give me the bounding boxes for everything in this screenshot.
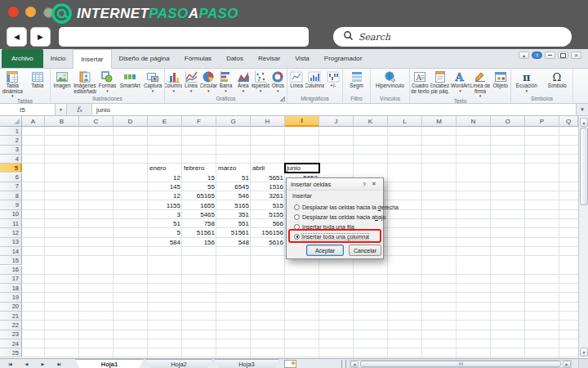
column-header-B[interactable]: B <box>45 116 79 127</box>
window-close-dot[interactable] <box>8 7 19 17</box>
close-icon[interactable] <box>571 52 581 59</box>
ribbon-button-formas[interactable]: Formas▾ <box>96 70 119 92</box>
restore-icon[interactable] <box>558 52 568 59</box>
sheet-tab-hoja2[interactable]: Hoja2 <box>145 359 212 368</box>
cell-F12[interactable]: 51561 <box>182 228 216 237</box>
dialog-help-icon[interactable]: ? <box>359 182 369 187</box>
cell-E9[interactable]: 1155 <box>148 200 182 209</box>
tab-programador[interactable]: Programador <box>317 49 370 68</box>
cell-F11[interactable]: 758 <box>182 219 216 228</box>
row-header-24[interactable]: 24 <box>0 339 22 348</box>
row-header-2[interactable]: 2 <box>0 136 22 145</box>
cell-F9[interactable]: 1655 <box>182 200 216 209</box>
radio-option-desplazar-las-celdas-hacia-la-derecha[interactable]: Desplazar las celdas hacia la derecha <box>294 202 399 212</box>
tab-archivo[interactable]: Archivo <box>2 49 43 68</box>
row-header-8[interactable]: 8 <box>0 191 22 200</box>
scroll-down-icon[interactable]: ▼ <box>580 348 588 357</box>
ribbon-button-smartart[interactable]: SmartArt <box>118 70 141 89</box>
cell-H7[interactable]: 1516 <box>251 182 285 191</box>
cell-H10[interactable]: 5155 <box>251 210 285 219</box>
ribbon-button-otros[interactable]: Otros▾ <box>270 70 287 92</box>
column-header-N[interactable]: N <box>457 116 491 127</box>
vertical-scrollbar[interactable]: ▲ ▼ <box>578 117 588 357</box>
row-header-5[interactable]: 5 <box>0 164 22 173</box>
row-header-6[interactable]: 6 <box>0 173 22 182</box>
row-header-22[interactable]: 22 <box>0 321 22 330</box>
cell-E6[interactable]: 12 <box>148 173 182 182</box>
tab-insertar[interactable]: Insertar <box>73 49 111 69</box>
ribbon-button-columna[interactable]: Columna <box>305 70 323 89</box>
next-sheet-button[interactable]: ▶ <box>36 360 49 368</box>
ribbon-button-tabla[interactable]: Tabla <box>25 70 51 89</box>
ribbon-button-captura[interactable]: Captura▾ <box>141 70 164 92</box>
cell-F6[interactable]: 15 <box>182 173 216 182</box>
cell-F13[interactable]: 156 <box>182 238 216 247</box>
column-header-Q[interactable]: Q <box>559 116 578 127</box>
row-header-20[interactable]: 20 <box>0 303 22 312</box>
column-header-M[interactable]: M <box>422 116 457 127</box>
row-header-18[interactable]: 18 <box>0 284 22 293</box>
scroll-up-icon[interactable]: ▲ <box>580 118 588 127</box>
ribbon-button-l-nea-de-firma[interactable]: Línea de firma▾ <box>470 70 491 97</box>
column-header-A[interactable]: A <box>22 116 45 127</box>
ribbon-button-l-nea[interactable]: Línea <box>287 70 305 89</box>
last-sheet-button[interactable]: ▶| <box>52 360 65 368</box>
row-header-14[interactable]: 14 <box>0 247 22 256</box>
name-box-dropdown[interactable]: ▼ <box>56 104 67 115</box>
scroll-right-icon[interactable]: ▶ <box>563 361 571 367</box>
tab-split-handle[interactable] <box>341 360 346 368</box>
select-all-corner[interactable] <box>0 116 22 127</box>
cell-G11[interactable]: 551 <box>216 219 251 228</box>
cell-E5[interactable]: enero <box>148 164 182 173</box>
column-header-L[interactable]: L <box>388 116 422 127</box>
expand-formula-bar-button[interactable]: ▼ <box>576 104 588 115</box>
cell-H8[interactable]: 3261 <box>251 191 285 200</box>
ribbon-button-imagen[interactable]: Imagen <box>51 70 74 89</box>
ribbon-button-l-nea[interactable]: Línea▾ <box>182 70 199 92</box>
radio-option-desplazar-las-celdas-hacia-abajo[interactable]: Desplazar las celdas hacia abajo <box>294 212 385 222</box>
row-header-4[interactable]: 4 <box>0 155 22 164</box>
ribbon-button-dispersi-n[interactable]: Dispersión▾ <box>252 70 269 92</box>
row-header-13[interactable]: 13 <box>0 238 22 247</box>
ribbon-button-segm[interactable]: Segm <box>343 70 370 89</box>
column-header-J[interactable]: J <box>319 116 354 127</box>
cell-G8[interactable]: 546 <box>216 191 251 200</box>
tab-revisar[interactable]: Revisar <box>251 49 287 68</box>
cell-H13[interactable]: 5616 <box>251 238 285 247</box>
row-header-12[interactable]: 12 <box>0 228 22 237</box>
prev-sheet-button[interactable]: ◀ <box>20 360 33 368</box>
cell-G6[interactable]: 51 <box>216 173 251 182</box>
cell-E7[interactable]: 145 <box>148 182 182 191</box>
formula-input[interactable]: junio <box>92 104 576 115</box>
column-header-O[interactable]: O <box>491 116 525 127</box>
vertical-scroll-thumb[interactable] <box>580 128 588 205</box>
search-box[interactable]: Search <box>333 27 572 47</box>
address-bar-input[interactable] <box>59 27 309 47</box>
cell-H9[interactable]: 515 <box>251 200 285 209</box>
row-header-1[interactable]: 1 <box>0 127 22 136</box>
cell-H6[interactable]: 5651 <box>251 173 285 182</box>
scroll-left-icon[interactable]: ◀ <box>350 361 359 367</box>
cell-H12[interactable]: 156156 <box>251 228 285 237</box>
tab-vista[interactable]: Vista <box>287 49 317 68</box>
cancel-button[interactable]: Cancelar <box>349 245 381 256</box>
sheet-tab-hoja1[interactable]: Hoja1 <box>75 359 144 368</box>
column-header-C[interactable]: C <box>79 116 114 127</box>
column-header-D[interactable]: D <box>114 116 148 127</box>
sheet-tab-hoja3[interactable]: Hoja3 <box>214 359 279 368</box>
column-header-F[interactable]: F <box>182 116 216 127</box>
row-header-21[interactable]: 21 <box>0 312 22 321</box>
ribbon-button-rea[interactable]: Área▾ <box>234 70 252 92</box>
minimize-icon[interactable] <box>545 52 555 59</box>
ribbon-button-barra[interactable]: Barra▾ <box>217 70 234 92</box>
radio-unselected-icon[interactable] <box>294 204 300 210</box>
forward-button[interactable]: ▶ <box>30 27 51 47</box>
tab-inicio[interactable]: Inicio <box>43 49 74 68</box>
cell-G12[interactable]: 51561 <box>216 228 251 237</box>
ribbon-button-hiperv-nculo[interactable]: Hipervínculo <box>371 70 409 89</box>
column-header-G[interactable]: G <box>216 116 251 127</box>
ribbon-button-s-mbolo[interactable]: ΩSímbolo <box>542 70 573 89</box>
cell-F10[interactable]: 5465 <box>182 210 216 219</box>
cell-F5[interactable]: febrero <box>182 164 216 173</box>
ribbon-button-cuadro-de-texto[interactable]: ACuadro de texto <box>410 70 430 94</box>
